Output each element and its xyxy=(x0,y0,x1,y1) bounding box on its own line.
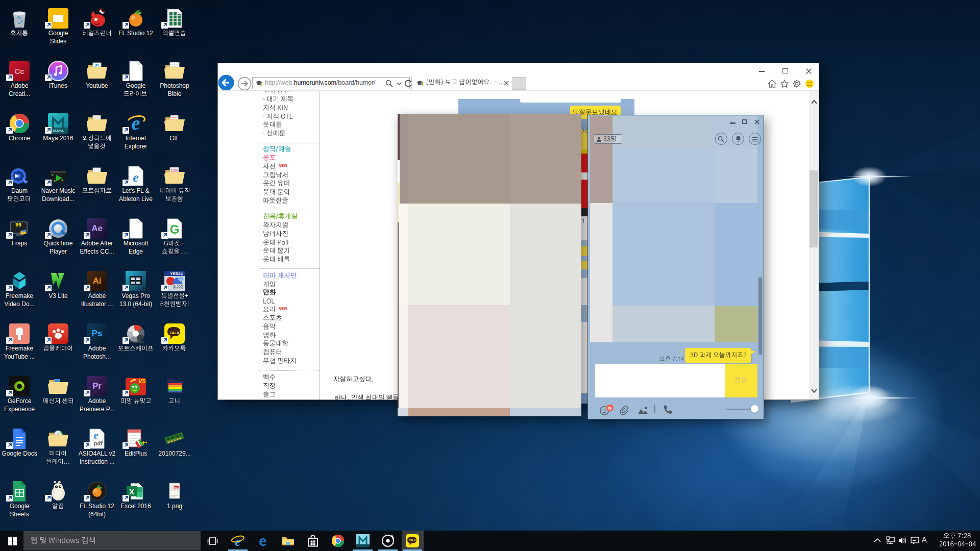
svg-text:YES24: YES24 xyxy=(170,271,183,276)
svg-text:e: e xyxy=(133,170,139,185)
svg-text:pdf: pdf xyxy=(93,440,102,446)
svg-text:TALK: TALK xyxy=(409,539,416,542)
svg-text:6,000: 6,000 xyxy=(174,285,183,288)
svg-text:e: e xyxy=(259,534,267,548)
svg-text:TALK: TALK xyxy=(169,331,180,335)
svg-text:OTOSCAPE: OTOSCAPE xyxy=(127,341,144,344)
svg-text:X: X xyxy=(129,487,134,496)
svg-text:TIZE: TIZE xyxy=(174,486,179,489)
svg-text:MAYA: MAYA xyxy=(53,129,64,133)
svg-text:VS: VS xyxy=(138,378,146,384)
svg-text:G: G xyxy=(170,222,180,236)
svg-text:e: e xyxy=(94,430,99,441)
svg-text:++: ++ xyxy=(141,439,147,446)
svg-text:99: 99 xyxy=(15,222,21,228)
svg-text:N: N xyxy=(608,406,612,411)
